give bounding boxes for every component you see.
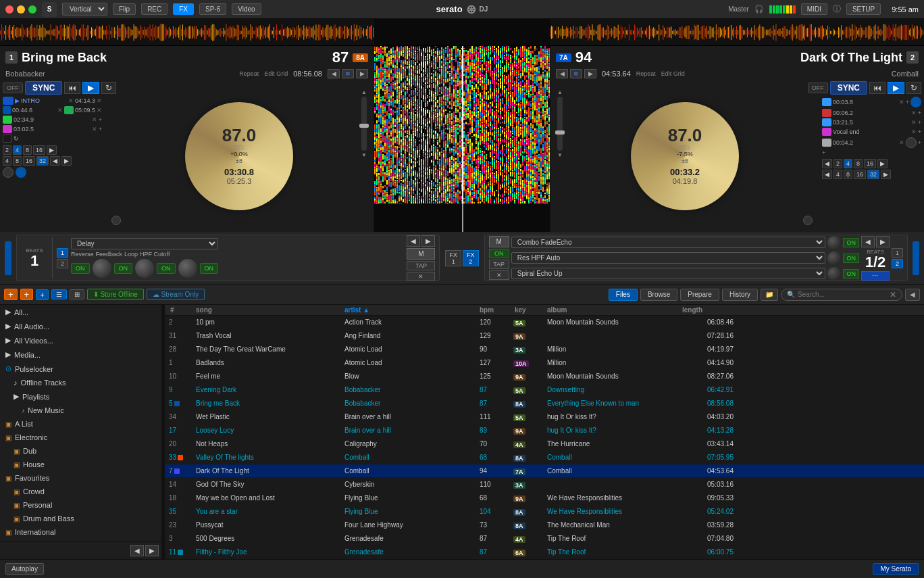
deck2-repeat[interactable]: Repeat [636, 70, 656, 77]
sidebar-item-dub[interactable]: ▣ Dub [0, 444, 161, 458]
deck2-cue-5-x[interactable]: ✕ [899, 139, 904, 146]
scroll-right-btn[interactable]: ▶ [145, 545, 159, 556]
deck1-arrow-icon[interactable]: ▶ [356, 69, 368, 78]
fx-right-next[interactable]: ▶ [876, 236, 890, 247]
deck1-cue-2-x2[interactable]: ✕ [97, 107, 102, 114]
deck1-cue-4-plus[interactable]: + [99, 126, 102, 133]
deck2-cue-1-btn[interactable] [822, 98, 831, 106]
table-row[interactable]: 35You are a starFlying Blue1048AWe Have … [165, 505, 924, 519]
deck1-loop-b16[interactable]: 16 [23, 156, 35, 166]
sidebar-item-new-music[interactable]: ♪ New Music [0, 404, 161, 417]
info-icon[interactable]: ⓘ [833, 3, 841, 15]
deck2-loop-b16[interactable]: 16 [854, 170, 866, 179]
deck2-loop-b-next[interactable]: ▶ [881, 170, 891, 179]
deck2-eq-circle[interactable] [803, 216, 813, 225]
deck2-cue-5-btn[interactable] [822, 139, 831, 147]
deck2-pitch-thumb[interactable] [555, 130, 565, 135]
table-row[interactable]: 31Trash VocalAng Finland1299A07:28.16 [165, 329, 924, 343]
preset-dropdown[interactable]: Vertical [62, 3, 107, 16]
sidebar-item-media[interactable]: ▶ Media... [0, 347, 161, 362]
deck2-flip-icon[interactable]: ◀ [556, 69, 568, 78]
deck2-sync-btn[interactable]: SYNC [830, 81, 867, 95]
table-row[interactable]: 11Filthy - Filthy JoeGrenadesafe876ATip … [165, 546, 924, 559]
deck2-loop-4[interactable]: 4 [844, 159, 852, 168]
add-list-btn[interactable]: + [36, 289, 48, 300]
table-row[interactable]: 28The Day The Great WarCameAtomic Load90… [165, 343, 924, 356]
maximize-button[interactable] [28, 5, 36, 14]
deck2-edit-grid[interactable]: Edit Grid [661, 70, 685, 77]
fx-x-right[interactable]: ✕ [489, 270, 509, 280]
sidebar-item-offline-tracks[interactable]: ♪ Offline Tracks [0, 376, 161, 389]
th-song[interactable]: song [195, 306, 343, 314]
deck1-play-btn[interactable]: ▶ [82, 82, 99, 94]
fx-center-ch2[interactable]: FX2 [463, 250, 479, 266]
fx-effect-dropdown[interactable]: Delay [71, 238, 218, 249]
table-row[interactable]: 23PussycatFour Lane Highway738AThe Mecha… [165, 519, 924, 532]
sidebar-item-house[interactable]: ▣ House [0, 458, 161, 471]
deck2-pitch-track[interactable] [557, 97, 563, 151]
th-bpm[interactable]: bpm [478, 306, 513, 314]
fx-right-prev[interactable]: ◀ [861, 236, 875, 247]
deck2-play-btn[interactable]: ▶ [888, 82, 904, 94]
deck1-cue-4-x[interactable]: ✕ [92, 126, 97, 133]
table-row[interactable]: 33Valley Of The lightsComball688AComball… [165, 451, 924, 464]
fx-button[interactable]: FX [173, 3, 194, 15]
deck1-cue-3-x[interactable]: ✕ [92, 116, 97, 123]
search-input[interactable] [798, 291, 887, 298]
table-row[interactable]: 17Loosey LucyBrain over a hill899Ahug It… [165, 424, 924, 437]
deck1-cue-4-btn[interactable] [3, 125, 12, 133]
fx-on-btn-4[interactable]: ON [200, 263, 219, 274]
table-row[interactable]: 210 pmAction Track1205AMoon Mountain Sou… [165, 316, 924, 329]
deck1-platter[interactable]: 87.0 REL +0.0% ±8 03:30.8 05:25.3 [185, 102, 293, 210]
fx-center-ch1[interactable]: FX1 [445, 250, 461, 266]
table-row[interactable]: 1BadlandsAtomic Load12710AMillion04:14.9… [165, 356, 924, 370]
deck2-cue-2-plus[interactable]: + [918, 110, 921, 116]
deck1-waveform-icon[interactable]: ≋ [342, 69, 354, 78]
sp6-button[interactable]: SP-6 [199, 3, 226, 15]
fx-effect-dropdown-3[interactable]: Spiral Echo Up [511, 268, 826, 279]
fx-on-btn-3[interactable]: ON [157, 263, 176, 274]
table-row[interactable]: 5Bring me BackBobabacker878AEverything E… [165, 397, 924, 410]
fx-on-btn-2[interactable]: ON [114, 263, 133, 274]
grid-view-btn[interactable]: ⊞ [70, 289, 84, 299]
deck2-prev-btn[interactable]: ⏮ [869, 82, 886, 94]
table-row[interactable]: 7Dark Of The LightComball947AComball04:5… [165, 464, 924, 478]
th-album[interactable]: album [546, 306, 681, 314]
table-row[interactable]: 10Feel meBlow1259AMoon Mountain Sounds08… [165, 370, 924, 383]
table-row[interactable]: 9Evening DarkBobabacker875ADownsetting06… [165, 383, 924, 397]
deck2-loop-arrow[interactable]: ▶ [877, 159, 888, 168]
deck1-eq-icon[interactable] [16, 167, 26, 178]
deck1-prev-btn[interactable]: ⏮ [64, 82, 80, 94]
table-row[interactable]: 34Wet PlasticBrain over a hill1115Ahug I… [165, 410, 924, 424]
autoplay-btn[interactable]: Autoplay [5, 563, 44, 575]
stream-only-btn[interactable]: ☁ Stream Only [147, 289, 205, 300]
deck2-cue-5-plus[interactable]: + [918, 139, 921, 146]
deck2-cue-4-plus[interactable]: + [918, 128, 921, 135]
deck2-cue-6-plus[interactable]: + [822, 149, 825, 156]
deck2-cue-3-btn[interactable] [822, 118, 831, 126]
sidebar-item-all[interactable]: ▶ All... [0, 305, 161, 319]
deck2-loop-16[interactable]: 16 [864, 159, 876, 168]
deck1-loop-4[interactable]: 4 [13, 145, 22, 155]
sidebar-item-favourites[interactable]: ▣ Favourites [0, 471, 161, 485]
setup-button[interactable]: SETUP [846, 3, 881, 15]
sidebar-item-all-audio[interactable]: ▶ All Audio... [0, 319, 161, 333]
deck1-cue-1-btn[interactable] [3, 97, 14, 105]
deck1-edit-grid[interactable]: Edit Grid [264, 70, 288, 77]
fx-on-right[interactable]: ON [489, 249, 509, 258]
fx-ch1-right[interactable]: 1 [892, 248, 903, 258]
fx-prev-btn[interactable]: ◀ [407, 235, 420, 247]
fx-on-btn-left[interactable]: ON [71, 263, 90, 274]
crate-btn[interactable]: 📁 [761, 289, 778, 301]
deck1-cue-2-x[interactable]: ✕ [57, 107, 63, 114]
th-num[interactable]: # [169, 306, 195, 314]
deck2-loop-b4[interactable]: 4 [833, 170, 842, 179]
deck1-loop-b32[interactable]: 32 [36, 156, 49, 166]
sidebar-item-electronic[interactable]: ▣ Electronic [0, 431, 161, 444]
fx-tap-btn[interactable]: TAP [407, 261, 435, 270]
deck1-loop-8[interactable]: 8 [23, 145, 32, 155]
deck1-loop-prev[interactable]: ◀ [50, 156, 60, 166]
th-key[interactable]: key [513, 306, 546, 314]
rec-button[interactable]: REC [141, 3, 168, 15]
deck1-pitch-track[interactable] [361, 97, 367, 151]
